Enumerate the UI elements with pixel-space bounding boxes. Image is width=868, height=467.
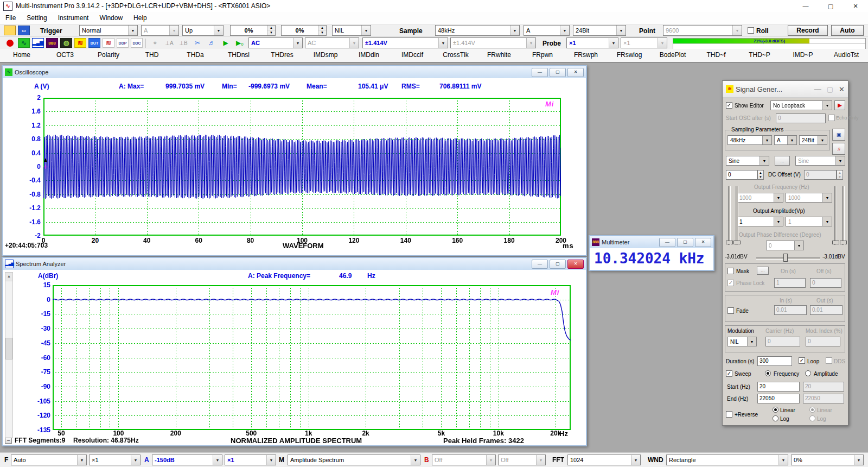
mod-index-input[interactable]: 0 (806, 337, 840, 346)
scrollbar-thumb[interactable] (5, 338, 12, 359)
scrollbar-up-arrow[interactable]: ▲ (5, 273, 12, 281)
osc-minimize-button[interactable]: — (532, 68, 548, 77)
coupling-b-dropdown[interactable]: AC▼ (305, 37, 359, 48)
waveform-a-dropdown[interactable]: Sine▼ (726, 156, 769, 166)
spec-restore-button[interactable]: ▢ (550, 260, 566, 269)
probe-b-dropdown[interactable]: ×1▼ (621, 37, 667, 48)
tab-frwhite[interactable]: FRwhite (477, 49, 521, 62)
sweep-start-a-input[interactable]: 20 (757, 382, 800, 392)
tab-thd[interactable]: THD (130, 49, 174, 62)
window-close-button[interactable]: ✕ (843, 0, 868, 12)
spectrum-vertical-scrollbar[interactable]: ▲ (5, 272, 13, 438)
oscilloscope-plot[interactable] (43, 98, 561, 236)
sweep-start-b-input[interactable]: 20 (803, 382, 844, 392)
amplitude-slider-a2[interactable] (736, 186, 738, 245)
mode-dropdown[interactable]: Amplitude Spectrum▼ (288, 455, 420, 465)
frequency-range-dropdown[interactable]: Auto▼ (11, 455, 87, 465)
mask-checkbox[interactable] (727, 268, 734, 274)
tab-frswph[interactable]: FRswph (564, 49, 608, 62)
balance-slider-thumb[interactable] (783, 254, 788, 262)
sg-bits-dropdown[interactable]: 24Bit▼ (799, 135, 827, 145)
amplitude-a-dropdown[interactable]: 1▼ (737, 217, 783, 226)
trigger-edge-dropdown[interactable]: Up▼ (182, 25, 224, 36)
pane-splitter-button[interactable]: – (5, 438, 12, 444)
multimeter-button[interactable]: 888 (46, 37, 59, 48)
window-minimize-button[interactable]: — (793, 0, 818, 12)
ddp-viewer-button[interactable]: DDP (116, 37, 129, 48)
osc-close-button[interactable]: ✕ (567, 68, 584, 77)
loopback-dropdown[interactable]: No Loopback▼ (770, 100, 832, 110)
tab-frpwn[interactable]: FRpwn (521, 49, 564, 62)
phase-lock-checkbox[interactable] (727, 280, 734, 286)
tab-thdres[interactable]: THDres (260, 49, 304, 62)
tab-home[interactable]: Home (0, 49, 43, 62)
reverse-checkbox[interactable] (726, 411, 732, 418)
frequency-a-dropdown[interactable]: 1000▼ (737, 193, 783, 203)
sweep-checkbox[interactable] (726, 370, 732, 377)
f-probe-dropdown[interactable]: ×1▼ (89, 455, 141, 465)
sg-music-button[interactable]: ♫ (832, 143, 845, 155)
tab-imdccif[interactable]: IMDccif (391, 49, 434, 62)
tab-imddin[interactable]: IMDdin (347, 49, 391, 62)
tab-audiotst[interactable]: AudioTst (825, 49, 868, 62)
sg-save-button[interactable]: ▣ (832, 129, 845, 141)
a-probe-dropdown[interactable]: ×1▼ (225, 455, 276, 465)
window-function-dropdown[interactable]: Rectangle▼ (666, 455, 788, 465)
probe-a-dropdown[interactable]: ×1▼ (566, 37, 618, 48)
spectrum-3d-button[interactable]: ◍ (60, 37, 73, 48)
mm-minimize-button[interactable]: — (659, 238, 675, 247)
trigger-mode-dropdown[interactable]: Normal▼ (79, 25, 138, 36)
sg-channel-dropdown[interactable]: A▼ (774, 135, 797, 145)
spec-close-button[interactable]: ✕ (567, 260, 584, 269)
frequency-b-dropdown[interactable]: 1000▼ (786, 193, 832, 203)
sample-bits-dropdown[interactable]: 24Bit▼ (573, 25, 626, 36)
fft-size-dropdown[interactable]: 1024▼ (567, 455, 641, 465)
tab-thd~f[interactable]: THD~f (694, 49, 738, 62)
tab-bodeplot[interactable]: BodePlot (651, 49, 694, 62)
sweep-end-a-input[interactable]: 22050 (757, 394, 800, 403)
oscilloscope-titlebar[interactable]: ∿ Oscilloscope — ▢ ✕ (3, 66, 586, 78)
spectrum-titlebar[interactable]: ▂▄▆ Spectrum Analyzer — ▢ ✕ (3, 258, 586, 270)
dc-a-spinner[interactable]: ▲▼ (757, 170, 764, 180)
menu-file[interactable]: File (0, 14, 21, 22)
overlap-dropdown[interactable]: 0%▼ (791, 455, 864, 465)
mask-off-input[interactable]: 0 (810, 278, 841, 288)
menu-setting[interactable]: Setting (21, 14, 52, 22)
menu-instrument[interactable]: Instrument (53, 14, 94, 22)
range-b-dropdown[interactable]: ±1.414V▼ (450, 37, 536, 48)
sg-rate-dropdown[interactable]: 48kHz▼ (727, 135, 772, 145)
a-range-dropdown[interactable]: -150dB▼ (152, 455, 222, 465)
range-a-dropdown[interactable]: ±1.414V▼ (362, 37, 448, 48)
sg-run-button[interactable]: ▶ (834, 100, 845, 110)
menu-help[interactable]: Help (128, 14, 152, 22)
mask-more-button[interactable]: ... (757, 267, 769, 275)
device-test-plan-button[interactable]: DUT (88, 37, 101, 48)
trigger-level-spinner[interactable]: 0%▲▼ (230, 25, 276, 36)
sweep-log-b-radio[interactable] (809, 415, 815, 421)
run-loop-button[interactable]: ▶₀ (233, 37, 246, 48)
sweep-frequency-radio[interactable] (765, 370, 771, 376)
zero-b-button[interactable]: ⊥B (177, 37, 190, 48)
spectrum-analyzer-button[interactable]: ▂▄▆ (31, 37, 44, 48)
sg-maximize-button[interactable]: ▢ (827, 85, 833, 93)
save-file-button[interactable]: ▭ (17, 25, 30, 36)
tab-crosstlk[interactable]: CrossTlk (434, 49, 477, 62)
slider-thumb[interactable] (726, 241, 733, 244)
data-logger-button[interactable]: ≋ (102, 37, 115, 48)
tab-thd~p[interactable]: THD~P (738, 49, 781, 62)
slider-thumb[interactable] (733, 241, 741, 244)
modulation-dropdown[interactable]: NIL▼ (727, 337, 757, 346)
fade-checkbox[interactable] (727, 307, 734, 314)
sweep-amplitude-radio[interactable] (805, 370, 811, 376)
sweep-linear-b-radio[interactable] (809, 407, 815, 413)
mm-close-button[interactable]: ✕ (695, 238, 711, 247)
sg-minimize-button[interactable]: — (814, 85, 821, 93)
dc-offset-a-input[interactable]: 0 (726, 170, 757, 180)
point-dropdown[interactable]: 9600▼ (663, 25, 742, 36)
tab-polarity[interactable]: Polarity (87, 49, 130, 62)
coupling-a-dropdown[interactable]: AC▼ (248, 37, 303, 48)
auto-button[interactable]: Auto (831, 25, 864, 36)
duration-input[interactable]: 300 (757, 356, 792, 366)
loop-checkbox[interactable] (799, 357, 805, 364)
trigger-hpf-dropdown[interactable]: NIL▼ (332, 25, 371, 36)
